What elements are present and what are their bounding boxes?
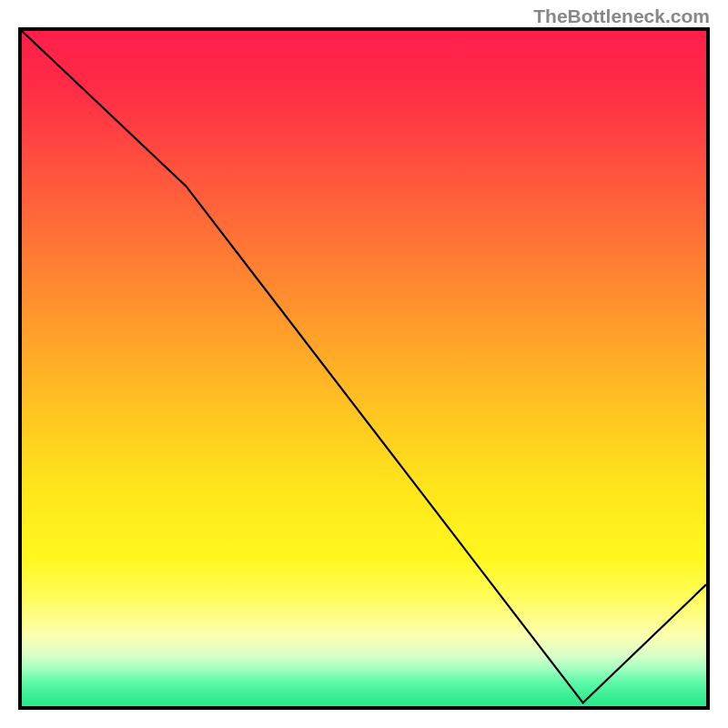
chart-container: TheBottleneck.com (0, 0, 728, 728)
plot-area (18, 27, 710, 710)
watermark-text: TheBottleneck.com (533, 5, 710, 27)
data-line (22, 31, 706, 706)
